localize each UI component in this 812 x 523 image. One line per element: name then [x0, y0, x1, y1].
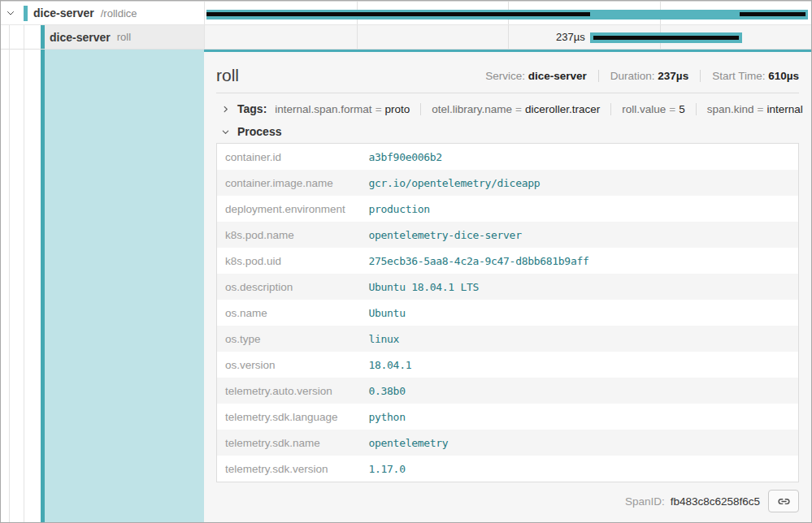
process-table-row: telemetry.sdk.nameopentelemetry — [217, 430, 799, 456]
spanid-label: SpanID: — [625, 495, 665, 508]
timeline-cell-roll[interactable]: 237µs — [204, 25, 811, 49]
tag-key: roll.value — [622, 103, 666, 115]
left-tree-column — [1, 50, 204, 522]
process-table-row: deployment.environmentproduction — [217, 196, 799, 222]
tag-value: diceroller.tracer — [525, 103, 600, 115]
tree-indent-guide — [24, 50, 24, 522]
stat-start-time: Start Time: 610µs — [700, 70, 799, 82]
span-rows: dice-server /rolldice dice-server — [1, 1, 811, 50]
tag-key: span.kind — [707, 103, 754, 115]
process-key: os.name — [217, 300, 361, 326]
process-value: 18.04.1 — [361, 352, 799, 378]
link-icon — [777, 495, 791, 508]
process-table-row: telemetry.sdk.version1.17.0 — [217, 456, 799, 482]
span-color-bar — [24, 6, 28, 21]
selected-span-fill — [45, 50, 204, 522]
span-bar-overlay-segment — [740, 12, 805, 16]
process-key: container.image.name — [217, 170, 361, 196]
spanid-value: fb483c8c6258f6c5 — [671, 495, 760, 508]
copy-link-button[interactable] — [768, 490, 799, 512]
tag-value: 5 — [679, 103, 685, 115]
span-service-name: dice-server — [50, 31, 111, 44]
span-service-name: dice-server — [33, 6, 94, 19]
tree-indent-guide — [24, 25, 24, 49]
span-row-rolldice[interactable]: dice-server /rolldice — [1, 2, 811, 25]
process-key: telemetry.sdk.name — [217, 430, 361, 456]
process-key: telemetry.sdk.version — [217, 456, 361, 482]
process-table-row: os.descriptionUbuntu 18.04.1 LTS — [217, 274, 799, 300]
span-title: roll — [216, 66, 239, 85]
process-label: Process — [237, 125, 281, 138]
span-detail-footer: SpanID: fb483c8c6258f6c5 — [216, 482, 799, 520]
process-value: 0.38b0 — [361, 378, 799, 404]
process-table-row: k8s.pod.nameopentelemetry-dice-server — [217, 222, 799, 248]
process-table: container.ida3bf90e006b2 container.image… — [216, 143, 799, 482]
process-table-row: container.image.namegcr.io/opentelemetry… — [217, 170, 799, 196]
span-detail-panel: roll Service: dice-server Duration: 237µ… — [204, 50, 811, 522]
tag-key: otel.library.name — [432, 103, 512, 115]
process-section-header[interactable]: Process — [216, 125, 799, 138]
timeline-cell-rolldice[interactable] — [204, 2, 811, 24]
process-value: opentelemetry-dice-server — [361, 222, 799, 248]
process-key: container.id — [217, 144, 361, 171]
tag-item: span.kind=internal — [696, 103, 803, 115]
process-table-row: os.typelinux — [217, 326, 799, 352]
tag-equals: = — [669, 103, 675, 115]
tag-value: proto — [385, 103, 410, 115]
tags-label: Tags: — [237, 102, 267, 115]
process-table-row: telemetry.auto.version0.38b0 — [217, 378, 799, 404]
stat-label: Start Time: — [712, 70, 765, 82]
span-color-bar — [41, 25, 45, 49]
span-row-roll-selected[interactable]: dice-server roll 237µs — [1, 25, 811, 50]
tag-value: internal — [766, 103, 802, 115]
process-value: gcr.io/opentelemetry/diceapp — [361, 170, 799, 196]
stat-value: dice-server — [528, 70, 587, 82]
stat-value: 237µs — [658, 70, 688, 82]
process-key: telemetry.sdk.language — [217, 404, 361, 430]
chevron-right-icon — [221, 105, 230, 114]
process-value: production — [361, 196, 799, 222]
process-value: opentelemetry — [361, 430, 799, 456]
tag-equals: = — [758, 103, 764, 115]
process-key: os.version — [217, 352, 361, 378]
process-value: 1.17.0 — [361, 456, 799, 482]
process-table-row: k8s.pod.uid275ecb36-5aa8-4c2a-9c47-d8bb6… — [217, 248, 799, 274]
process-table-row: container.ida3bf90e006b2 — [217, 144, 799, 171]
span-bar-roll[interactable] — [590, 32, 742, 43]
tag-key: internal.span.format — [275, 103, 371, 115]
process-value: linux — [361, 326, 799, 352]
tree-indent-guide — [9, 25, 10, 49]
tag-item: otel.library.name=diceroller.tracer — [420, 103, 600, 115]
span-bar-rolldice[interactable] — [206, 10, 808, 19]
tag-equals: = — [515, 103, 522, 115]
span-operation-name: roll — [117, 31, 131, 43]
process-key: os.type — [217, 326, 361, 352]
span-name-cell-roll[interactable]: dice-server roll — [1, 25, 204, 49]
tree-indent-guide — [9, 50, 10, 522]
process-value: Ubuntu 18.04.1 LTS — [361, 274, 799, 300]
span-bar-overlay-segment — [593, 36, 739, 40]
jaeger-trace-window: dice-server /rolldice dice-server — [0, 0, 812, 523]
tag-item: roll.value=5 — [610, 103, 684, 115]
stat-value: 610µs — [768, 70, 799, 82]
process-value: a3bf90e006b2 — [361, 144, 799, 171]
stat-duration: Duration: 237µs — [598, 70, 688, 82]
chevron-down-icon[interactable] — [6, 8, 15, 18]
span-name-cell-rolldice[interactable]: dice-server /rolldice — [1, 2, 204, 24]
process-key: k8s.pod.uid — [217, 248, 361, 274]
span-detail-header: roll Service: dice-server Duration: 237µ… — [216, 66, 799, 85]
process-key: telemetry.auto.version — [217, 378, 361, 404]
process-key: k8s.pod.name — [217, 222, 361, 248]
process-value: python — [361, 404, 799, 430]
process-table-row: telemetry.sdk.languagepython — [217, 404, 799, 430]
trace-body: roll Service: dice-server Duration: 237µ… — [1, 50, 811, 522]
process-table-row: os.version18.04.1 — [217, 352, 799, 378]
process-key: os.description — [217, 274, 361, 300]
tag-equals: = — [376, 103, 382, 115]
span-stats: Service: dice-server Duration: 237µs Sta… — [485, 70, 799, 82]
tags-section-header[interactable]: Tags: internal.span.format=proto otel.li… — [216, 93, 799, 116]
chevron-down-icon — [221, 128, 230, 136]
process-key: deployment.environment — [217, 196, 361, 222]
stat-label: Duration: — [610, 70, 655, 82]
process-value: Ubuntu — [361, 300, 799, 326]
